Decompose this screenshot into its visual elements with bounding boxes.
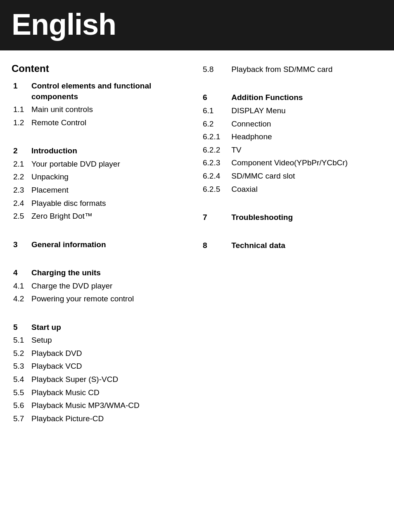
right-toc-table: 5.8Playback from SD/MMC card 6Addition F… — [201, 63, 382, 252]
list-item: 1.2Remote Control — [12, 116, 193, 129]
list-item: 4.2Powering your remote control — [12, 292, 193, 305]
toc-number: 3 — [12, 238, 30, 251]
list-item: 7Troubleshooting — [201, 211, 382, 224]
list-item: 5.6Playback Music MP3/WMA-CD — [12, 399, 193, 412]
list-item: 5.1Setup — [12, 334, 193, 347]
toc-number: 6.2.4 — [201, 169, 230, 183]
toc-text: TV — [230, 143, 382, 157]
list-item: 2.1Your portable DVD player — [12, 157, 193, 171]
toc-text: Main unit controls — [30, 103, 193, 116]
right-column: 5.8Playback from SD/MMC card 6Addition F… — [201, 63, 382, 425]
toc-number: 2.1 — [12, 157, 30, 171]
toc-number: 2 — [12, 144, 30, 157]
toc-text: Charge the DVD player — [30, 279, 193, 293]
list-item: 4Charging the units — [12, 266, 193, 279]
list-item: 6.1DISPLAY Menu — [201, 104, 382, 117]
list-item: 6.2.3Component Video(YPbPr/YCbCr) — [201, 156, 382, 169]
list-item: 3General information — [12, 238, 193, 251]
toc-text: SD/MMC card slot — [230, 169, 382, 183]
list-item: 1.1Main unit controls — [12, 103, 193, 116]
toc-number: 5.1 — [12, 334, 30, 347]
list-item: 6.2.1Headphone — [201, 130, 382, 143]
toc-text: Introduction — [30, 144, 193, 157]
toc-number: 5.8 — [201, 63, 230, 76]
list-item: 6.2.4SD/MMC card slot — [201, 169, 382, 183]
toc-text: Control elements and functional componen… — [30, 79, 193, 103]
toc-text: Playable disc formats — [30, 197, 193, 210]
toc-number: 2.3 — [12, 184, 30, 197]
list-item: 6.2Connection — [201, 117, 382, 131]
toc-text: Coaxial — [230, 183, 382, 196]
list-item: 2Introduction — [12, 144, 193, 157]
toc-text: Placement — [30, 184, 193, 197]
toc-number: 5.7 — [12, 412, 30, 425]
toc-number: 6.1 — [201, 104, 230, 117]
toc-text: Playback VCD — [30, 360, 193, 373]
toc-number: 5.3 — [12, 360, 30, 373]
toc-text: Playback from SD/MMC card — [230, 63, 382, 76]
toc-text: Zero Bright Dot™ — [30, 210, 193, 223]
toc-text: Connection — [230, 117, 382, 131]
header-title: English — [12, 8, 116, 41]
list-item: 1Control elements and functional compone… — [12, 79, 193, 103]
list-item: 5Start up — [12, 321, 193, 334]
toc-number: 1.1 — [12, 103, 30, 116]
list-item: 2.3Placement — [12, 184, 193, 197]
list-item: 4.1Charge the DVD player — [12, 279, 193, 293]
toc-text: Addition Functions — [230, 91, 382, 104]
left-toc-table: 1Control elements and functional compone… — [12, 79, 193, 425]
toc-number: 6.2.5 — [201, 183, 230, 196]
toc-number: 6.2.1 — [201, 130, 230, 143]
toc-number: 1 — [12, 79, 30, 103]
list-item: 5.7Playback Picture-CD — [12, 412, 193, 425]
toc-text: DISPLAY Menu — [230, 104, 382, 117]
toc-number: 7 — [201, 211, 230, 224]
toc-text: General information — [30, 238, 193, 251]
list-item: 5.5Playback Music CD — [12, 386, 193, 399]
toc-text: Technical data — [230, 239, 382, 252]
toc-number: 5 — [12, 321, 30, 334]
toc-text: Playback Music MP3/WMA-CD — [30, 399, 193, 412]
toc-number: 6.2 — [201, 117, 230, 131]
left-column: Content 1Control elements and functional… — [12, 63, 193, 425]
toc-number: 4.1 — [12, 279, 30, 293]
toc-number: 2.5 — [12, 210, 30, 223]
list-item: 6Addition Functions — [201, 91, 382, 104]
toc-text: Start up — [30, 321, 193, 334]
toc-number: 6.2.3 — [201, 156, 230, 169]
toc-text: Headphone — [230, 130, 382, 143]
header-bar: English — [0, 0, 394, 50]
toc-text: Playback Picture-CD — [30, 412, 193, 425]
list-item: 5.2Playback DVD — [12, 347, 193, 360]
toc-number: 5.2 — [12, 347, 30, 360]
toc-text: Troubleshooting — [230, 211, 382, 224]
list-item: 5.3Playback VCD — [12, 360, 193, 373]
toc-text: Remote Control — [30, 116, 193, 129]
toc-text: Playback Super (S)-VCD — [30, 373, 193, 386]
main-content: Content 1Control elements and functional… — [0, 63, 394, 425]
toc-text: Unpacking — [30, 170, 193, 184]
list-item: 5.4Playback Super (S)-VCD — [12, 373, 193, 386]
toc-number: 5.6 — [12, 399, 30, 412]
toc-text: Setup — [30, 334, 193, 347]
toc-number: 6.2.2 — [201, 143, 230, 157]
list-item: 6.2.5Coaxial — [201, 183, 382, 196]
content-heading: Content — [12, 63, 193, 74]
toc-number: 6 — [201, 91, 230, 104]
list-item: 5.8Playback from SD/MMC card — [201, 63, 382, 76]
list-item: 2.2Unpacking — [12, 170, 193, 184]
toc-text: Powering your remote control — [30, 292, 193, 305]
toc-number: 8 — [201, 239, 230, 252]
toc-number: 2.4 — [12, 197, 30, 210]
toc-number: 2.2 — [12, 170, 30, 184]
toc-text: Playback DVD — [30, 347, 193, 360]
toc-text: Playback Music CD — [30, 386, 193, 399]
toc-text: Component Video(YPbPr/YCbCr) — [230, 156, 382, 169]
list-item: 2.4Playable disc formats — [12, 197, 193, 210]
toc-number: 4.2 — [12, 292, 30, 305]
toc-text: Your portable DVD player — [30, 157, 193, 171]
toc-text: Charging the units — [30, 266, 193, 279]
list-item: 6.2.2TV — [201, 143, 382, 157]
toc-number: 4 — [12, 266, 30, 279]
list-item: 8Technical data — [201, 239, 382, 252]
